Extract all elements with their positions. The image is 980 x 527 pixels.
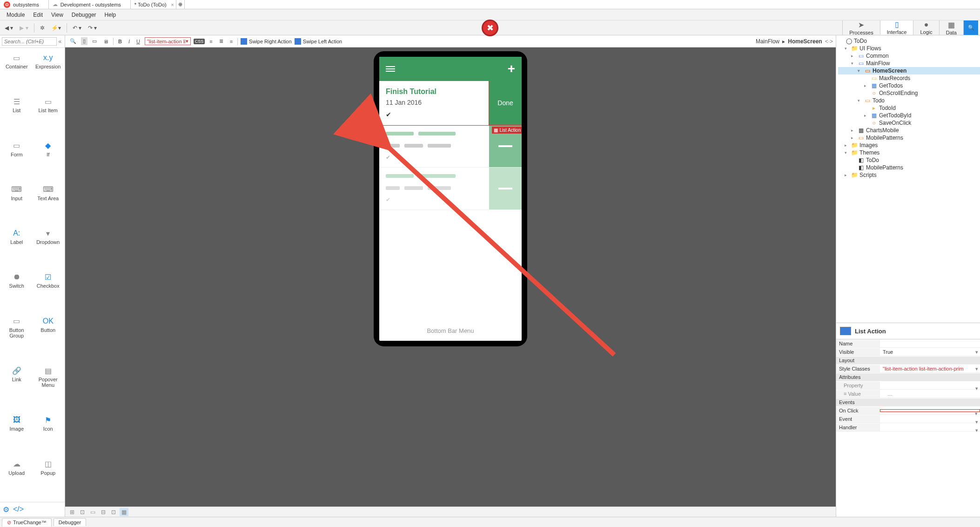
swipe-right-action[interactable]: Swipe Right Action <box>241 38 292 45</box>
view-mode-icon[interactable]: ▭ <box>88 508 97 516</box>
zoom-selector-icon[interactable]: 🔍 <box>68 37 78 45</box>
tree-node-scripts[interactable]: ▸📁Scripts <box>838 171 980 179</box>
breadcrumb-screen[interactable]: HomeScreen <box>788 38 822 45</box>
tree-node-mainflow[interactable]: ▾▭MainFlow <box>838 60 980 67</box>
truechange-tab[interactable]: ⊘TrueChange™ <box>2 518 52 527</box>
prop-row-property[interactable]: Property▾ <box>836 381 980 390</box>
toolbox-popup[interactable]: ◫Popup <box>34 457 63 499</box>
prop-row-style-classes[interactable]: Style Classes"list-item-action list-item… <box>836 365 980 373</box>
document-tab[interactable]: * ToDo (ToDo)× <box>131 0 176 9</box>
device-tablet-icon[interactable]: ▭ <box>90 37 99 45</box>
plug-icon[interactable]: ⚡▾ <box>48 23 64 33</box>
tree-node-gettodobyid[interactable]: ▸▦GetTodoById <box>838 112 980 119</box>
toolbox-text-area[interactable]: ⌨Text Area <box>34 182 63 224</box>
tree-node-gettodos[interactable]: ▸▦GetTodos <box>838 82 980 89</box>
tab-data[interactable]: ▦Data <box>939 20 963 35</box>
stop-publish-icon[interactable]: ✖ <box>482 20 498 36</box>
prop-row-on-click[interactable]: On Click▾ <box>836 406 980 415</box>
toolbox-button[interactable]: OKButton <box>34 314 63 362</box>
view-mode-icon[interactable]: ⊡ <box>109 508 118 516</box>
toolbox-checkbox[interactable]: ☑Checkbox <box>34 270 63 312</box>
toolbox-search-input[interactable] <box>2 37 57 46</box>
view-mode-icon[interactable]: ▦ <box>120 508 128 516</box>
toolbox-input[interactable]: ⌨Input <box>2 182 32 224</box>
app-tab[interactable]: Ooutsystems <box>0 0 49 9</box>
menu-edit[interactable]: Edit <box>29 10 47 20</box>
toolbox-image[interactable]: 🖼Image <box>2 413 32 455</box>
tab-processes[interactable]: ➤Processes <box>842 20 879 35</box>
prop-row-name[interactable]: Name <box>836 339 980 348</box>
debugger-tab[interactable]: Debugger <box>54 518 86 526</box>
toolbox-collapse-button[interactable]: « <box>57 38 63 45</box>
search-button[interactable]: 🔍 <box>963 20 978 35</box>
tree-node-saveonclick[interactable]: ○SaveOnClick <box>838 119 980 127</box>
close-icon[interactable]: × <box>171 2 174 7</box>
tree-node-onscrollending[interactable]: ○OnScrollEnding <box>838 89 980 97</box>
element-tree[interactable]: ◯ToDo ▾📁UI Flows▸▭Common▾▭MainFlow▾▭Home… <box>836 35 980 323</box>
tree-node-homescreen[interactable]: ▾▭HomeScreen <box>838 67 980 74</box>
add-icon[interactable]: + <box>508 61 515 76</box>
toolbox-form[interactable]: ▭Form <box>2 139 32 181</box>
toolbox-list-item[interactable]: ▭List Item <box>34 95 63 136</box>
tree-node-chartsmobile[interactable]: ▸▦ChartsMobile <box>838 127 980 134</box>
list-item-row[interactable]: Finish Tutorial 11 Jan 2016 ✔ Done ▦ Lis… <box>379 81 522 125</box>
new-tab-button[interactable]: ⊕ <box>176 0 185 9</box>
tree-node-images[interactable]: ▸📁Images <box>838 142 980 149</box>
code-icon[interactable]: </> <box>13 505 24 514</box>
style-class-selector[interactable]: "list-item-action li▾ <box>145 37 191 45</box>
dev-tab[interactable]: ☁Development - outsystems <box>49 0 131 9</box>
tree-node-mobilepatterns[interactable]: ▸▭MobilePatterns <box>838 134 980 142</box>
menu-help[interactable]: Help <box>101 10 120 20</box>
prop-row-event[interactable]: Event▾ <box>836 415 980 423</box>
list-item-action[interactable]: Done <box>489 81 522 125</box>
tree-node-ui-flows[interactable]: ▾📁UI Flows <box>838 45 980 52</box>
underline-button[interactable]: U <box>134 38 142 45</box>
tree-node-todo[interactable]: ▾▭Todo <box>838 97 980 104</box>
menu-view[interactable]: View <box>47 10 67 20</box>
code-view-toggle[interactable]: <·> <box>825 38 833 45</box>
tab-interface[interactable]: ▯Interface <box>880 20 913 35</box>
toolbox-button-group[interactable]: ▭Button Group <box>2 314 32 362</box>
prop-row-handler[interactable]: Handler▾ <box>836 423 980 432</box>
toolbox-expression[interactable]: x.yExpression <box>34 51 63 93</box>
view-mode-icon[interactable]: ⊡ <box>78 508 87 516</box>
settings-icon[interactable]: ✲ <box>37 23 47 33</box>
toolbox-popover-menu[interactable]: ▤Popover Menu <box>34 364 63 411</box>
swipe-left-action[interactable]: Swipe Left Action <box>295 38 342 45</box>
toolbox-switch[interactable]: ⏺Switch <box>2 270 32 312</box>
nav-back-button[interactable]: ◀ ▾ <box>2 23 16 33</box>
canvas[interactable]: + Finish Tutorial 11 Jan 2016 ✔ Done ▦ <box>65 47 836 507</box>
breadcrumb-flow[interactable]: MainFlow <box>756 38 779 45</box>
tree-node-todo[interactable]: ◧ToDo <box>838 156 980 164</box>
tree-root[interactable]: ◯ToDo <box>838 37 980 45</box>
menu-debugger[interactable]: Debugger <box>68 10 100 20</box>
view-mode-icon[interactable]: ⊟ <box>99 508 107 516</box>
widget-tree-icon[interactable]: ⊞ <box>68 508 76 516</box>
tree-node-mobilepatterns[interactable]: ◧MobilePatterns <box>838 164 980 171</box>
toolbox-if[interactable]: ◆If <box>34 139 63 181</box>
bold-button[interactable]: B <box>116 38 124 45</box>
toolbox-label[interactable]: A:Label <box>2 226 32 268</box>
css-badge[interactable]: CSS <box>194 39 205 44</box>
toolbox-list[interactable]: ☰List <box>2 95 32 136</box>
toolbox-container[interactable]: ▭Container <box>2 51 32 93</box>
align-center-icon[interactable]: ≣ <box>217 37 225 45</box>
italic-button[interactable]: I <box>127 38 132 45</box>
prop-row--value[interactable]: = Value… <box>836 390 980 398</box>
device-phone-icon[interactable]: ▯ <box>81 37 87 45</box>
tree-node-common[interactable]: ▸▭Common <box>838 52 980 60</box>
align-right-icon[interactable]: ≡ <box>228 38 235 45</box>
device-desktop-icon[interactable]: 🖥 <box>101 38 110 45</box>
hamburger-icon[interactable] <box>386 66 395 72</box>
toolbox-icon[interactable]: ⚑Icon <box>34 413 63 455</box>
menu-module[interactable]: Module <box>3 10 28 20</box>
puzzle-icon[interactable]: ⚙ <box>3 505 9 514</box>
undo-button[interactable]: ↶ ▾ <box>70 23 84 33</box>
nav-forward-button[interactable]: ▶ ▾ <box>17 23 31 33</box>
toolbox-upload[interactable]: ☁Upload <box>2 457 32 499</box>
toolbox-dropdown[interactable]: ▾Dropdown <box>34 226 63 268</box>
tab-logic[interactable]: ●Logic <box>913 20 939 35</box>
toolbox-link[interactable]: 🔗Link <box>2 364 32 411</box>
tree-node-themes[interactable]: ▾📁Themes <box>838 149 980 156</box>
tree-node-todoid[interactable]: ▸TodoId <box>838 104 980 112</box>
